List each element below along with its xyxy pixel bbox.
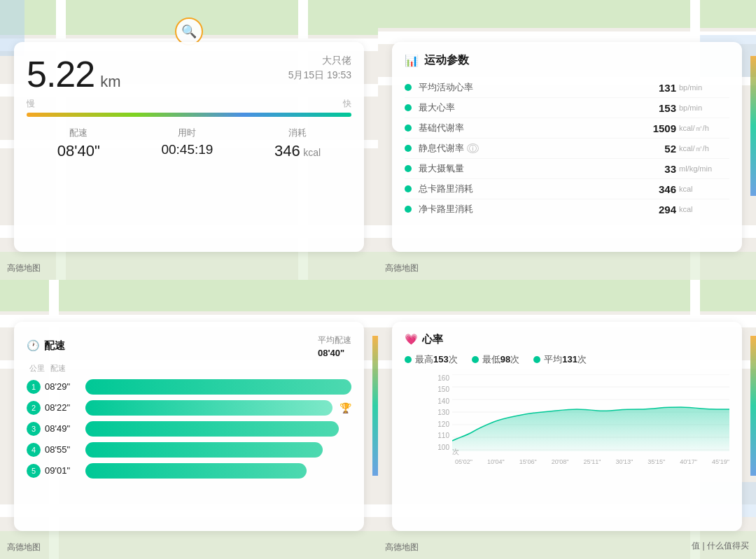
- y-axis-unit: 次: [452, 447, 459, 457]
- param-dot: [405, 125, 412, 132]
- param-dot: [405, 145, 412, 152]
- quadrant-pace: 🕐 配速 平均配速 08'40" 公里 配速 1 08'29" 2 08'22": [0, 280, 378, 560]
- distance-unit: km: [100, 73, 120, 91]
- pace-title: 🕐 配速: [27, 339, 65, 353]
- chart-wrapper: 160 150 140 130 120 110 100: [433, 374, 729, 465]
- param-net-cal: 净卡路里消耗 294 kcal: [405, 199, 729, 219]
- hr-avg-dot: [533, 356, 540, 363]
- stat-duration: 用时 00:45:19: [161, 127, 213, 160]
- hr-chart-svg: [452, 374, 729, 451]
- stats-card: 5.22 km 大只佬 5月15日 19:53 慢 快 配速 08'40" 用时: [14, 42, 364, 252]
- bar-num-5: 5: [27, 464, 41, 478]
- trophy-icon: 🏆: [340, 402, 351, 413]
- stat-calories-row: 346 kcal: [274, 142, 321, 160]
- param-total-cal: 总卡路里消耗 346 kcal: [405, 179, 729, 199]
- bar-pace-1: 08'29": [45, 381, 81, 392]
- workout-stats-row: 配速 08'40" 用时 00:45:19 消耗 346 kcal: [27, 127, 351, 160]
- bar-fill-3: [85, 421, 339, 437]
- bar-fill-1: [85, 379, 351, 395]
- hr-min-dot: [472, 356, 479, 363]
- stat-pace: 配速 08'40": [57, 127, 100, 160]
- pace-bar-1: 1 08'29": [27, 379, 351, 395]
- param-dot: [405, 165, 412, 172]
- bar-pace-3: 08'49": [45, 423, 81, 434]
- hr-max-dot: [405, 356, 412, 363]
- quadrant-params: 📊 运动参数 平均活动心率 131 bp/min 最大心率 153 bp/min…: [378, 0, 756, 280]
- gaode-watermark-q4: 高德地图: [385, 542, 419, 553]
- pace-bars-list: 1 08'29" 2 08'22" 🏆 3 08'49" 4 08'55": [27, 379, 351, 479]
- param-dot: [405, 206, 412, 213]
- bar-fill-2: [85, 400, 332, 416]
- hr-legend: 最高153次 最低98次 平均131次: [405, 353, 729, 366]
- param-max-hr: 最大心率 153 bp/min: [405, 98, 729, 118]
- params-chart-icon: 📊: [405, 54, 419, 67]
- quadrant-distance: 🔍 5.22 km 大只佬 5月15日 19:53 慢 快 配速 08: [0, 0, 378, 280]
- stat-calories-value: 346: [274, 142, 300, 160]
- pace-bar-3: 3 08'49": [27, 421, 351, 437]
- hr-min-legend: 最低98次: [472, 353, 519, 366]
- workout-datetime: 5月15日 19:53: [288, 68, 351, 83]
- bar-pace-2: 08'22": [45, 402, 81, 413]
- hr-title: 💗 心率: [405, 333, 729, 346]
- hr-avg-legend: 平均131次: [533, 353, 587, 366]
- pace-title-row: 🕐 配速 平均配速 08'40": [27, 333, 351, 359]
- bar-num-3: 3: [27, 422, 41, 436]
- hr-max-legend: 最高153次: [405, 353, 458, 366]
- param-dot: [405, 104, 412, 111]
- y-axis-labels: 160 150 140 130 120 110 100: [433, 374, 452, 451]
- x-axis-labels: 05'02" 10'04" 15'06" 20'08" 25'11" 30'13…: [433, 458, 729, 465]
- param-rmr: 静息代谢率 ⓘ 52 kcal/㎡/h: [405, 139, 729, 159]
- gaode-watermark-q1: 高德地图: [7, 262, 41, 274]
- user-info: 大只佬 5月15日 19:53: [288, 53, 351, 83]
- params-card: 📊 运动参数 平均活动心率 131 bp/min 最大心率 153 bp/min…: [392, 42, 742, 252]
- stat-calories-unit: kcal: [303, 147, 321, 158]
- stat-duration-value: 00:45:19: [161, 142, 213, 157]
- param-vo2max: 最大摄氧量 33 ml/kg/min: [405, 159, 729, 179]
- gaode-watermark-q3: 高德地图: [7, 542, 41, 553]
- bar-num-4: 4: [27, 443, 41, 457]
- bar-pace-5: 09'01": [45, 465, 81, 476]
- pace-fast-label: 快: [343, 98, 351, 110]
- chart-svg-container: 次: [452, 374, 729, 454]
- heartrate-icon: 💗: [405, 333, 418, 346]
- bar-pace-4: 08'55": [45, 444, 81, 455]
- bar-num-1: 1: [27, 380, 41, 394]
- avg-pace-display: 平均配速 08'40": [318, 333, 351, 359]
- pace-bar-5: 5 09'01": [27, 463, 351, 479]
- pace-bar-4: 4 08'55": [27, 442, 351, 458]
- stat-calories-label: 消耗: [274, 127, 321, 139]
- search-icon[interactable]: 🔍: [175, 17, 203, 45]
- chart-container: 160 150 140 130 120 110 100: [433, 374, 729, 454]
- params-list: 平均活动心率 131 bp/min 最大心率 153 bp/min 基础代谢率 …: [405, 78, 729, 219]
- quadrant-heartrate: 💗 心率 最高153次 最低98次 平均131次 160: [378, 280, 756, 560]
- pace-slow-label: 慢: [27, 98, 35, 110]
- params-title: 📊 运动参数: [405, 53, 729, 68]
- stat-calories: 消耗 346 kcal: [274, 127, 321, 160]
- param-bmr: 基础代谢率 1509 kcal/㎡/h: [405, 118, 729, 139]
- distance-display: 5.22 km: [27, 53, 121, 95]
- bar-fill-4: [85, 442, 323, 458]
- distance-value: 5.22: [27, 53, 94, 95]
- stat-pace-label: 配速: [57, 127, 100, 139]
- param-avg-hr: 平均活动心率 131 bp/min: [405, 78, 729, 98]
- pace-bar-2: 2 08'22" 🏆: [27, 400, 351, 416]
- heartrate-card: 💗 心率 最高153次 最低98次 平均131次 160: [392, 322, 742, 532]
- site-watermark: 值 | 什么值得买: [692, 540, 749, 552]
- user-name: 大只佬: [288, 53, 351, 68]
- col-headers: 公里 配速: [27, 363, 351, 374]
- gaode-watermark-q2: 高德地图: [385, 262, 419, 274]
- clock-icon: 🕐: [27, 339, 40, 352]
- bar-fill-5: [85, 463, 307, 479]
- pace-bar-labels: 慢 快: [27, 98, 351, 110]
- stat-duration-label: 用时: [161, 127, 213, 139]
- stat-pace-value: 08'40": [57, 142, 100, 160]
- pace-gradient-bar: [27, 113, 351, 117]
- param-dot: [405, 84, 412, 91]
- pace-card: 🕐 配速 平均配速 08'40" 公里 配速 1 08'29" 2 08'22": [14, 322, 364, 532]
- bar-num-2: 2: [27, 401, 41, 415]
- param-dot: [405, 185, 412, 192]
